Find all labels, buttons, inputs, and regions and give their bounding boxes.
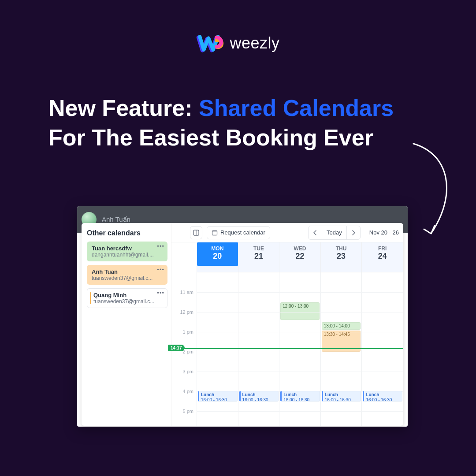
calendar-event-lunch[interactable]: Lunch16:00 - 16:30 <box>322 391 361 402</box>
more-icon[interactable]: ••• <box>157 290 164 296</box>
request-calendar-label: Request calendar <box>220 229 265 236</box>
hour-label: 12 pm <box>171 309 197 315</box>
calendar-card[interactable]: ••• Quang Minh tuansweden37@gmail.c... <box>87 288 167 308</box>
sidebar-other-calendars: Other calendars ••• Tuan hercsdfw dangan… <box>82 223 171 426</box>
day-header-num: 23 <box>321 252 362 261</box>
day-header[interactable]: THU 23 <box>321 242 362 266</box>
day-header-dow: MON <box>197 245 238 252</box>
hour-label: 1 pm <box>171 329 197 335</box>
calendar-event-lunch[interactable]: Lunch16:00 - 16:30 <box>280 391 320 402</box>
topbar-user-name: Anh Tuấn <box>102 216 130 223</box>
calendar-card-email: tuansweden37@gmail.c... <box>92 275 164 281</box>
date-nav: Today <box>308 226 361 240</box>
headline-part1: New Feature: <box>48 95 199 121</box>
day-header[interactable]: FRI 24 <box>362 242 403 266</box>
day-header[interactable]: TUE 21 <box>238 242 280 266</box>
more-icon[interactable]: ••• <box>157 243 164 249</box>
layout-toggle-button[interactable] <box>190 226 202 239</box>
request-calendar-button[interactable]: Request calendar <box>207 226 270 239</box>
day-header-dow: WED <box>279 245 320 252</box>
calendar-event-lunch[interactable]: Lunch16:00 - 16:30 <box>239 391 279 402</box>
day-header-dow: FRI <box>362 245 403 252</box>
headline-accent: Shared Calendars <box>199 95 394 121</box>
calendar-event[interactable]: 12:00 - 13:00 <box>280 302 320 320</box>
hour-label: 3 pm <box>171 369 197 374</box>
prev-button[interactable] <box>309 226 322 239</box>
next-button[interactable] <box>346 226 360 239</box>
columns-icon <box>193 230 199 236</box>
day-header-dow: TUE <box>238 245 279 252</box>
chevron-left-icon <box>313 230 317 235</box>
brand-logo-icon <box>196 32 225 55</box>
sidebar-title: Other calendars <box>87 229 167 237</box>
day-header-num: 21 <box>238 252 279 261</box>
brand-lockup: weezly <box>0 0 476 55</box>
more-icon[interactable]: ••• <box>157 266 164 273</box>
calendar-toolbar: Request calendar Today <box>171 223 403 242</box>
now-indicator: 14:17 <box>168 345 185 351</box>
day-header[interactable]: MON 20 <box>197 242 238 266</box>
calendar-plus-icon <box>212 230 218 236</box>
date-range-label: Nov 20 - 26 <box>365 229 401 236</box>
hour-label: 4 pm <box>171 389 197 394</box>
brand-wordmark: weezly <box>230 34 279 52</box>
calendar-card-name: Tuan hercsdfw <box>92 245 164 252</box>
calendar-grid[interactable]: MON 20 TUE 21 WED 22 THU 23 <box>171 242 403 426</box>
today-button[interactable]: Today <box>322 226 346 239</box>
page-headline: New Feature: Shared Calendars For The Ea… <box>48 93 428 152</box>
calendar-event[interactable]: 13:00 - 14:00 <box>322 322 361 330</box>
calendar-event-lunch[interactable]: Lunch16:00 - 16:30 <box>363 391 402 402</box>
day-header-dow: THU <box>321 245 362 252</box>
day-column-mon[interactable] <box>197 266 238 426</box>
calendar-card-email: danganhtuanhht@gmail.... <box>92 252 164 258</box>
calendar-card[interactable]: ••• Anh Tuan tuansweden37@gmail.c... <box>87 265 167 285</box>
day-column-tue[interactable] <box>238 266 280 426</box>
headline-part2: For The Easiest Booking Ever <box>48 125 373 150</box>
arrow-illustration <box>405 141 454 242</box>
day-column-wed[interactable]: 12:00 - 13:00 <box>279 266 321 426</box>
calendar-card-email: tuansweden37@gmail.c... <box>93 298 164 305</box>
calendar-card-name: Anh Tuan <box>92 268 164 275</box>
calendar-card-name: Quang Minh <box>93 292 164 298</box>
calendar-panel: Other calendars ••• Tuan hercsdfw dangan… <box>82 223 403 426</box>
day-header[interactable]: WED 22 <box>279 242 321 266</box>
calendar-card[interactable]: ••• Tuan hercsdfw danganhtuanhht@gmail..… <box>87 242 167 261</box>
day-header-num: 24 <box>362 252 403 261</box>
hour-label: 11 am <box>171 290 197 295</box>
day-column-fri[interactable] <box>362 266 403 426</box>
day-column-thu[interactable]: 13:00 - 14:00 13:30 - 14:45 <box>321 266 362 426</box>
hour-label: 5 pm <box>171 409 197 414</box>
app-screenshot: Anh Tuấn Other calendars ••• Tuan hercsd… <box>77 206 408 427</box>
day-header-num: 20 <box>197 252 238 261</box>
chevron-right-icon <box>351 230 356 235</box>
svg-rect-2 <box>212 231 217 235</box>
day-header-num: 22 <box>279 252 320 261</box>
calendar-event-lunch[interactable]: Lunch16:00 - 16:30 <box>198 391 238 402</box>
